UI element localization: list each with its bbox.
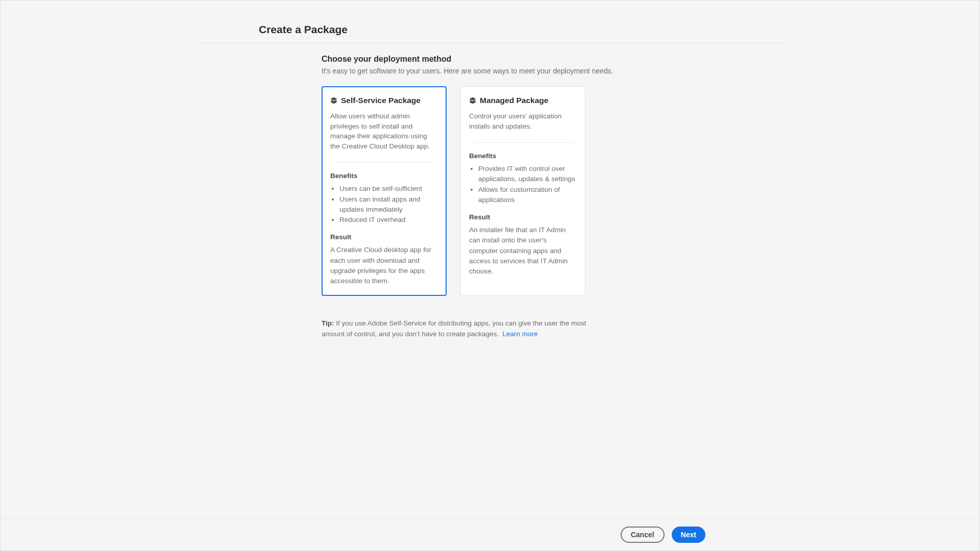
page-title: Create a Package — [259, 23, 785, 36]
footer: Cancel Next — [1, 518, 979, 550]
card-title-row: Self-Service Package — [330, 96, 438, 105]
package-icon — [469, 97, 476, 104]
result-label: Result — [469, 213, 577, 221]
benefits-label: Benefits — [469, 152, 577, 160]
header-row: Create a Package — [195, 23, 785, 43]
benefits-label: Benefits — [330, 172, 438, 180]
result-text-managed: An installer file that an IT Admin can i… — [469, 225, 577, 277]
benefits-list-self-service: Users can be self-sufficient Users can i… — [330, 184, 438, 225]
card-managed[interactable]: Managed Package Control your users' appl… — [460, 86, 585, 296]
divider — [474, 142, 572, 143]
result-text-self-service: A Creative Cloud desktop app for each us… — [330, 245, 438, 286]
card-title-self-service: Self-Service Package — [341, 96, 421, 105]
deployment-cards: Self-Service Package Allow users without… — [322, 86, 785, 296]
tip-label: Tip: — [322, 319, 336, 327]
benefit-item: Allows for customization of applications — [478, 185, 577, 206]
content: Create a Package Choose your deployment … — [195, 1, 785, 339]
section-subtitle: It's easy to get software to your users.… — [322, 67, 785, 75]
divider — [335, 162, 433, 163]
card-title-managed: Managed Package — [480, 96, 548, 105]
footer-inner: Cancel Next — [195, 518, 785, 550]
benefit-item: Reduced IT overhead — [339, 215, 438, 225]
page-frame: Create a Package Choose your deployment … — [0, 0, 980, 551]
tip-row: Tip: If you use Adobe Self-Service for d… — [322, 318, 587, 339]
benefit-item: Provides IT with control over applicatio… — [478, 164, 577, 185]
benefits-list-managed: Provides IT with control over applicatio… — [469, 164, 577, 205]
section-title: Choose your deployment method — [322, 55, 785, 64]
next-button[interactable]: Next — [672, 527, 705, 543]
cancel-button[interactable]: Cancel — [621, 527, 665, 543]
card-self-service[interactable]: Self-Service Package Allow users without… — [322, 86, 447, 296]
card-title-row: Managed Package — [469, 96, 577, 105]
learn-more-link[interactable]: Learn more — [503, 330, 538, 338]
package-icon — [330, 97, 337, 104]
body-area: Choose your deployment method It's easy … — [195, 55, 785, 339]
card-desc-self-service: Allow users without admin privileges to … — [330, 111, 438, 151]
card-desc-managed: Control your users' application installs… — [469, 111, 577, 131]
tip-text: If you use Adobe Self-Service for distri… — [322, 319, 586, 337]
result-label: Result — [330, 233, 438, 241]
benefit-item: Users can be self-sufficient — [339, 184, 438, 194]
benefit-item: Users can install apps and updates immed… — [339, 194, 438, 215]
